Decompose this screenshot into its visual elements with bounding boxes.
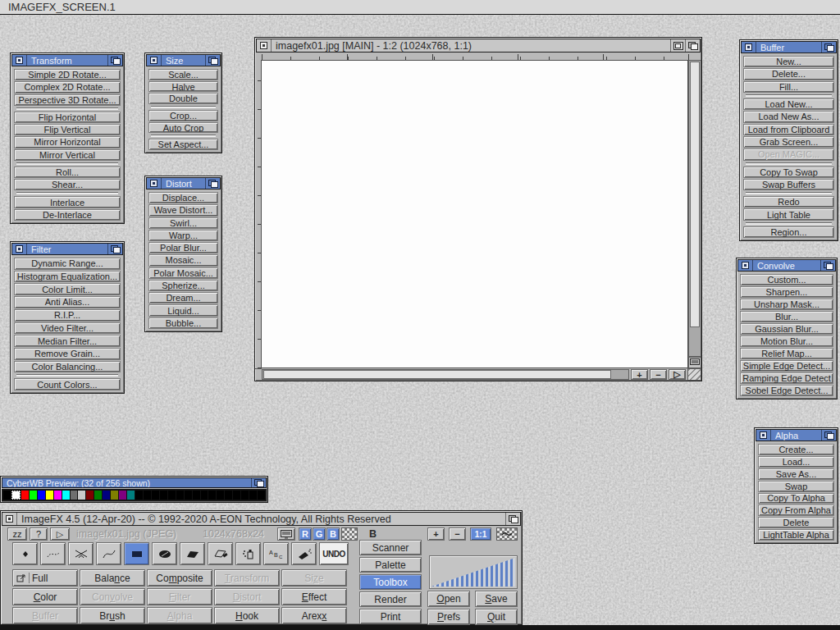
freehand-tool-button[interactable]: [40, 542, 66, 565]
close-icon[interactable]: [12, 55, 26, 66]
copy-to-swap-button[interactable]: Copy To Swap: [743, 167, 834, 178]
vertical-scrollbar[interactable]: [688, 60, 701, 357]
color-swatch[interactable]: [94, 491, 102, 500]
load-from-clipboard-button[interactable]: Load from Clipboard: [743, 124, 834, 135]
color-limit-button[interactable]: Color Limit...: [14, 283, 121, 295]
image-canvas[interactable]: [261, 60, 688, 368]
depth-icon[interactable]: [822, 42, 836, 52]
close-icon[interactable]: [147, 55, 161, 66]
open-button[interactable]: Open: [427, 591, 470, 607]
hook-button[interactable]: Hook: [214, 607, 280, 624]
halve-button[interactable]: Halve: [148, 81, 218, 93]
load-alpha-button[interactable]: Load...: [758, 456, 834, 468]
sobel-edge-detect-button[interactable]: Sobel Edge Detect...: [740, 385, 833, 396]
count-colors-button[interactable]: Count Colors...: [14, 378, 121, 390]
render-button[interactable]: Render: [359, 591, 422, 607]
play-arexx-button[interactable]: ▷: [50, 527, 70, 541]
auto-crop-button[interactable]: Auto Crop: [148, 122, 218, 134]
color-swatch[interactable]: [127, 491, 135, 500]
depth-icon[interactable]: [821, 260, 835, 271]
depth-icon[interactable]: [206, 55, 220, 66]
color-swatch[interactable]: [241, 491, 249, 500]
full-menu-button[interactable]: Full: [12, 569, 78, 587]
complex-2d-rotate-button[interactable]: Complex 2D Rotate...: [14, 81, 121, 93]
depth-icon[interactable]: [822, 430, 836, 441]
mirror-vertical-button[interactable]: Mirror Vertical: [14, 149, 121, 161]
color-swatch[interactable]: [135, 491, 143, 500]
color-swatch[interactable]: [217, 491, 224, 500]
custom-convolve-button[interactable]: Custom...: [740, 274, 833, 285]
convolve-titlebar[interactable]: Convolve: [737, 259, 836, 272]
light-table-button[interactable]: Light Table: [743, 208, 834, 220]
color-swatch[interactable]: [38, 491, 45, 500]
interlace-button[interactable]: Interlace: [14, 196, 121, 208]
depth-icon[interactable]: [506, 513, 520, 525]
color-swatch[interactable]: [249, 491, 257, 500]
brush-button[interactable]: Brush: [80, 607, 145, 624]
point-tool-button[interactable]: [12, 542, 38, 565]
color-swatch[interactable]: [30, 491, 37, 500]
depth-icon[interactable]: [252, 478, 266, 487]
video-filter-button[interactable]: Video Filter...: [14, 322, 121, 335]
blue-channel-button[interactable]: B: [326, 527, 340, 541]
set-aspect-button[interactable]: Set Aspect...: [148, 139, 218, 150]
toolbox-button[interactable]: Toolbox: [359, 574, 422, 590]
simple-2d-rotate-button[interactable]: Simple 2D Rotate...: [14, 69, 121, 80]
median-filter-button[interactable]: Median Filter...: [14, 335, 121, 347]
ramping-edge-detect-button[interactable]: Ramping Edge Detect: [740, 372, 833, 384]
effect-button[interactable]: Effect: [281, 588, 347, 605]
green-channel-button[interactable]: G: [313, 527, 326, 541]
size-titlebar[interactable]: Size: [146, 54, 221, 66]
zoom-gadget-icon[interactable]: [671, 39, 685, 52]
close-icon[interactable]: [742, 42, 756, 52]
anti-alias-button[interactable]: Anti Alias...: [14, 296, 121, 308]
scale-button[interactable]: Scale...: [148, 69, 218, 80]
rectangle-tool-button[interactable]: [124, 542, 149, 565]
screen-preview-button[interactable]: [277, 527, 295, 541]
color-swatch[interactable]: [233, 491, 240, 500]
swap-alpha-button[interactable]: Swap: [758, 481, 834, 492]
color-button[interactable]: Color: [12, 588, 78, 605]
copy-to-alpha-button[interactable]: Copy To Alpha: [758, 493, 834, 504]
zoom-out-button[interactable]: −: [650, 369, 667, 380]
screen-titlebar[interactable]: IMAGEFX_SCREEN.1: [0, 0, 840, 15]
polygon-tool-button[interactable]: [180, 542, 205, 565]
color-swatch[interactable]: [46, 491, 53, 500]
close-icon[interactable]: [147, 178, 161, 189]
gradient-ramp-preview[interactable]: [429, 555, 518, 589]
roll-button[interactable]: Roll...: [14, 167, 121, 178]
color-swatch[interactable]: [54, 491, 62, 500]
liquid-button[interactable]: Liquid...: [148, 304, 218, 316]
displace-button[interactable]: Displace...: [148, 192, 218, 203]
zoom-in-button[interactable]: +: [631, 369, 648, 380]
double-button[interactable]: Double: [148, 93, 218, 104]
toolbox-titlebar[interactable]: ImageFX 4.5 (12-Apr-20) -- © 1992-2020 A…: [2, 512, 521, 526]
one-to-one-button[interactable]: 1:1: [470, 527, 491, 541]
grab-screen-button[interactable]: Grab Screen...: [743, 136, 834, 148]
fill-button[interactable]: Fill...: [743, 81, 834, 93]
polygon-outline-tool-button[interactable]: [208, 542, 233, 565]
color-swatch[interactable]: [71, 491, 78, 500]
view-zoom-out-button[interactable]: −: [449, 527, 466, 541]
create-alpha-button[interactable]: Create...: [758, 444, 834, 455]
prefs-button[interactable]: Prefs: [427, 609, 470, 625]
save-button[interactable]: Save: [475, 591, 518, 607]
color-swatch[interactable]: [176, 491, 184, 500]
help-button[interactable]: ?: [30, 527, 48, 541]
mask-preview-swatch[interactable]: [341, 527, 358, 541]
perspective-3d-rotate-button[interactable]: Perspective 3D Rotate...: [14, 94, 121, 106]
close-icon[interactable]: [738, 260, 752, 271]
alpha-titlebar[interactable]: Alpha: [756, 429, 837, 441]
filter-titlebar[interactable]: Filter: [11, 243, 123, 255]
color-swatch-selected[interactable]: [11, 491, 21, 500]
sharpen-button[interactable]: Sharpen...: [740, 286, 833, 298]
color-swatch[interactable]: [258, 491, 265, 500]
depth-icon[interactable]: [108, 55, 122, 66]
composite-button[interactable]: Composite: [147, 569, 212, 587]
color-swatch[interactable]: [193, 491, 200, 500]
load-new-as-button[interactable]: Load New As...: [743, 111, 834, 122]
scanner-button[interactable]: Scanner: [359, 540, 422, 555]
spherize-button[interactable]: Spherize...: [148, 280, 218, 291]
close-icon[interactable]: [257, 39, 271, 52]
color-swatch[interactable]: [208, 491, 216, 500]
